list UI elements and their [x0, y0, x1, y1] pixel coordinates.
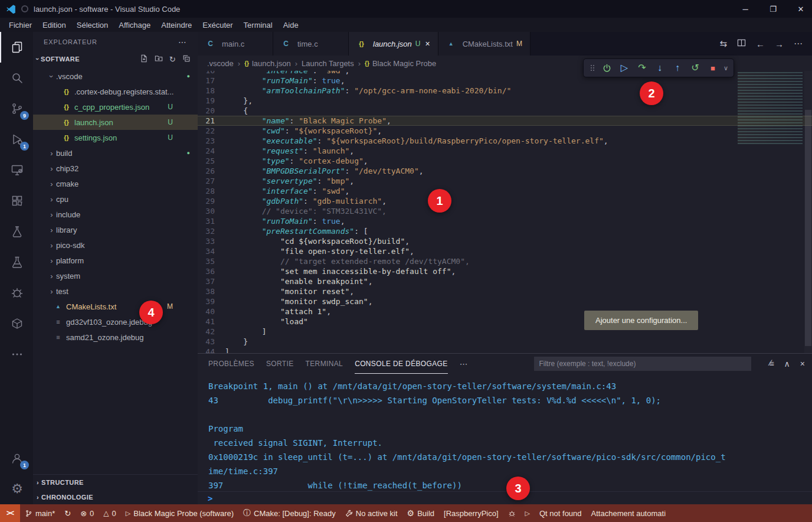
status-raspberrypico[interactable]: [RaspberryPico] [439, 504, 503, 522]
source-control-icon[interactable]: 9 [0, 93, 33, 124]
clear-console-icon[interactable]: ≡∕ [769, 359, 774, 368]
panel-tab-probl-mes[interactable]: PROBLÈMES [208, 354, 254, 374]
forward-icon[interactable]: → [775, 39, 784, 49]
breadcrumb-item-launch-targets[interactable]: Launch Targets [302, 59, 354, 68]
code-line-33[interactable]: 33 "cd ${workspaceRoot}/build", [198, 236, 812, 246]
status-bug-icon[interactable] [503, 504, 520, 522]
split-editor-icon[interactable] [737, 38, 746, 49]
section-chronologie[interactable]: ›CHRONOLOGIE [33, 490, 198, 504]
code-line-34[interactable]: 34 "file open-story-teller.elf", [198, 246, 812, 256]
extensions-icon[interactable] [0, 185, 33, 216]
status-qt-not-found[interactable]: Qt not found [535, 504, 587, 522]
menu-aide[interactable]: Aide [278, 21, 304, 30]
panel-tab-sortie[interactable]: SORTIE [266, 354, 294, 374]
code-line-30[interactable]: 30 // "device": "STM32L431VC", [198, 206, 812, 216]
tree-file-cortex-debug-registers-stat[interactable]: {}.cortex-debug.registers.stat... [33, 84, 198, 99]
tree-file-gd32vf103-ozone-jdebug[interactable]: ≡gd32vf103_ozone.jdebug [33, 314, 198, 329]
panel-tab-terminal[interactable]: TERMINAL [306, 354, 343, 374]
beaker-icon[interactable] [0, 216, 33, 247]
code-line-21[interactable]: 21 "name": "Black Magic Probe", [198, 116, 812, 126]
code-line-43[interactable]: 43 } [198, 337, 812, 347]
collapse-all-icon[interactable] [182, 54, 191, 64]
tree-folder-vscode[interactable]: ›.vscode● [33, 68, 198, 84]
search-icon[interactable] [0, 63, 33, 93]
tree-folder-build[interactable]: ›build● [33, 145, 198, 161]
tree-folder-cpu[interactable]: ›cpu [33, 191, 198, 207]
code-line-28[interactable]: 28 "interface": "swd", [198, 186, 812, 196]
close-button[interactable]: ✕ [790, 0, 812, 18]
back-icon[interactable]: ← [756, 39, 765, 49]
code-line-37[interactable]: 37 "enable breakpoint", [198, 276, 812, 286]
menu-edition[interactable]: Edition [37, 21, 71, 30]
tree-folder-pico-sdk[interactable]: ›pico-sdk [33, 237, 198, 253]
status-build[interactable]: ⚙Build [402, 504, 439, 522]
code-line-44[interactable]: 44] [198, 347, 812, 353]
breadcrumb-item-black-magic-probe[interactable]: {}Black Magic Probe [365, 59, 436, 68]
tab-cmakelists-txt[interactable]: ▲CMakeLists.txtM [438, 32, 531, 56]
refresh-icon[interactable]: ↻ [169, 55, 176, 64]
panel-more-icon[interactable]: ⋯ [460, 359, 468, 368]
power-button[interactable] [598, 59, 615, 77]
new-folder-icon[interactable] [155, 54, 163, 64]
code-line-25[interactable]: 25 "type": "cortex-debug", [198, 156, 812, 166]
menu-atteindre[interactable]: Atteindre [156, 21, 197, 30]
menu-affichage[interactable]: Affichage [113, 21, 156, 30]
toolbar-chevron-icon[interactable]: ∨ [722, 64, 730, 72]
tree-folder-chip32[interactable]: ›chip32 [33, 161, 198, 176]
tree-folder-platform[interactable]: ›platform [33, 253, 198, 268]
tree-file-cmakelists-txt[interactable]: ▲CMakeLists.txtM [33, 299, 198, 314]
code-line-24[interactable]: 24 "request": "launch", [198, 146, 812, 156]
minimap[interactable] [738, 72, 803, 144]
status-main[interactable]: main* [20, 504, 60, 522]
tree-folder-system[interactable]: ›system [33, 268, 198, 283]
status-black-magic-probe-software[interactable]: ▷Black Magic Probe (software) [121, 504, 238, 522]
status-cmake-debug-ready[interactable]: ⓘCMake: [Debug]: Ready [238, 504, 340, 522]
code-line-18[interactable]: 18 "armToolchainPath": "/opt/gcc-arm-non… [198, 86, 812, 96]
code-line-32[interactable]: 32 "preRestartCommands": [ [198, 226, 812, 236]
flask-icon[interactable] [0, 247, 33, 278]
editor-more-icon[interactable]: ⋯ [794, 38, 803, 49]
code-line-38[interactable]: 38 "monitor reset", [198, 286, 812, 296]
tab-time-c[interactable]: Ctime.c [273, 32, 349, 56]
tree-folder-library[interactable]: ›library [33, 222, 198, 237]
editor-scrollbar[interactable] [804, 71, 812, 353]
code-line-42[interactable]: 42 ] [198, 327, 812, 337]
code-line-36[interactable]: 36 "set mem inaccessible-by-default off"… [198, 266, 812, 276]
menu-terminal[interactable]: Terminal [238, 21, 278, 30]
status-0[interactable]: ⊗0 [76, 504, 99, 522]
code-line-26[interactable]: 26 "BMPGDBSerialPort": "/dev/ttyACM0", [198, 166, 812, 176]
new-file-icon[interactable] [140, 54, 148, 64]
restore-button[interactable]: ❐ [762, 0, 784, 18]
status-play-icon[interactable]: ▷ [520, 504, 535, 522]
stop-button[interactable]: ■ [704, 59, 722, 77]
code-line-35[interactable]: 35 // "target extended-remote /dev/ttyAC… [198, 256, 812, 266]
code-line-29[interactable]: 29 "gdbPath": "gdb-multiarch", [198, 196, 812, 206]
remote-indicator[interactable]: >< [0, 504, 20, 522]
code-line-27[interactable]: 27 "servertype": "bmp", [198, 176, 812, 186]
settings-gear-icon[interactable]: ⚙ [0, 474, 33, 504]
code-line-40[interactable]: 40 "attach 1", [198, 306, 812, 317]
add-configuration-button[interactable]: Ajouter une configuration... [584, 311, 698, 330]
debug-console-input[interactable]: > [198, 491, 812, 504]
bug-round-icon[interactable] [0, 278, 33, 308]
continue-button[interactable]: ▷ [615, 59, 633, 77]
remote-explorer-icon[interactable] [0, 155, 33, 185]
explorer-icon[interactable] [0, 32, 33, 63]
status-attachement-automati[interactable]: Attachement automati [587, 504, 670, 522]
menu-fichier[interactable]: Fichier [4, 21, 37, 30]
console-filter-input[interactable] [534, 357, 751, 371]
minimize-button[interactable]: ─ [734, 0, 757, 18]
step-out-button[interactable]: ↑ [669, 59, 686, 77]
code-editor[interactable]: 16 "interface": "swd",17 "runToMain": tr… [198, 71, 812, 353]
code-line-31[interactable]: 31 "runToMain": true, [198, 216, 812, 226]
section-software[interactable]: › SOFTWARE ↻ [33, 52, 198, 66]
menu-s-lection[interactable]: Sélection [71, 21, 113, 30]
account-icon[interactable]: 1 [0, 443, 33, 474]
step-over-button[interactable]: ↷ [633, 59, 651, 77]
status-sync-icon[interactable]: ↻ [60, 504, 76, 522]
menu-ex-cuter[interactable]: Exécuter [197, 21, 238, 30]
sidebar-more-icon[interactable]: ⋯ [178, 37, 187, 47]
package-icon[interactable] [0, 308, 33, 339]
tab-main-c[interactable]: Cmain.c [198, 32, 273, 56]
tree-file-samd21-ozone-jdebug[interactable]: ≡samd21_ozone.jdebug [33, 329, 198, 345]
